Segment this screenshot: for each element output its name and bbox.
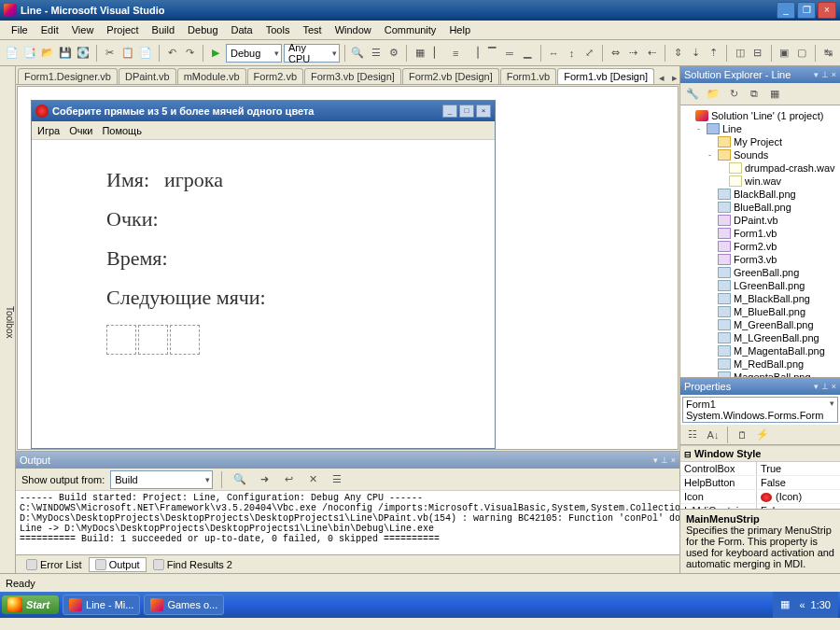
- next-balls-container[interactable]: [106, 325, 495, 355]
- pin-icon[interactable]: ⊥: [821, 70, 829, 79]
- restore-button[interactable]: ❐: [797, 2, 816, 19]
- tree-node[interactable]: Form1.vb: [682, 227, 838, 240]
- tray-icon[interactable]: ▦: [780, 598, 793, 611]
- menu-community[interactable]: Community: [379, 22, 442, 37]
- tree-node[interactable]: Form3.vb: [682, 253, 838, 266]
- doc-tab[interactable]: DPaint.vb: [119, 68, 176, 84]
- tab-prev-icon[interactable]: ◂: [655, 72, 668, 84]
- doc-tab[interactable]: Form1.vb: [500, 68, 556, 84]
- tab-next-icon[interactable]: ▸: [668, 72, 679, 84]
- menu-test[interactable]: Test: [297, 22, 327, 37]
- tree-node[interactable]: M_BlackBall.png: [682, 292, 838, 305]
- vspace-dec-icon[interactable]: ⇡: [706, 44, 721, 63]
- menu-build[interactable]: Build: [147, 22, 180, 37]
- center-h-icon[interactable]: ◫: [732, 44, 748, 63]
- form-window[interactable]: Соберите прямые из 5 и более мячей одног…: [31, 100, 496, 449]
- bottom-tab[interactable]: Find Results 2: [147, 557, 239, 572]
- label-name[interactable]: Имя:: [106, 168, 149, 192]
- solution-tree[interactable]: Solution 'Line' (1 project)-LineMy Proje…: [680, 105, 840, 377]
- tree-node[interactable]: LGreenBall.png: [682, 279, 838, 292]
- bring-front-icon[interactable]: ▣: [776, 44, 791, 63]
- ball-slot[interactable]: [106, 325, 136, 355]
- tree-node[interactable]: BlackBall.png: [682, 188, 838, 201]
- add-item-icon[interactable]: 📑: [21, 44, 37, 63]
- property-row[interactable]: Icon(Icon): [680, 490, 840, 504]
- refresh-icon[interactable]: ↻: [724, 85, 743, 104]
- ball-slot[interactable]: [170, 325, 200, 355]
- form-menu-item[interactable]: Очки: [69, 125, 92, 136]
- property-row[interactable]: ControlBoxTrue: [680, 462, 840, 476]
- form-close-button[interactable]: ×: [476, 105, 491, 118]
- size-height-icon[interactable]: ↕: [564, 44, 580, 63]
- property-category[interactable]: ⊟ Window Style: [680, 445, 840, 462]
- doc-tab-active[interactable]: Form1.vb [Design]: [557, 68, 654, 84]
- form-max-button[interactable]: □: [459, 105, 474, 118]
- bottom-tab[interactable]: Output: [89, 557, 147, 572]
- close-panel-icon[interactable]: ×: [832, 382, 836, 391]
- output-wrap-icon[interactable]: ↩: [279, 470, 298, 489]
- tree-node[interactable]: Form2.vb: [682, 240, 838, 253]
- properties-icon[interactable]: 🔧: [683, 85, 702, 104]
- doc-tab[interactable]: Form2.vb: [247, 68, 303, 84]
- menu-edit[interactable]: Edit: [35, 22, 64, 37]
- view-designer-icon[interactable]: ▦: [765, 85, 784, 104]
- tree-node[interactable]: -Line: [682, 122, 838, 135]
- menu-project[interactable]: Project: [101, 22, 144, 37]
- form-menu-item[interactable]: Игра: [37, 125, 60, 136]
- label-next[interactable]: Следующие мячи:: [106, 286, 266, 310]
- align-grid-icon[interactable]: ▦: [412, 44, 427, 63]
- events-icon[interactable]: ⚡: [753, 426, 772, 444]
- tree-node[interactable]: M_MagentaBall.png: [682, 344, 838, 357]
- tree-node[interactable]: DPaint.vb: [682, 214, 838, 227]
- align-left-icon[interactable]: ▏: [430, 44, 446, 63]
- pin-icon[interactable]: ⊥: [821, 382, 829, 391]
- label-score[interactable]: Очки:: [106, 207, 159, 231]
- menu-file[interactable]: File: [6, 22, 34, 37]
- show-all-icon[interactable]: 📁: [704, 85, 722, 104]
- expand-icon[interactable]: -: [705, 150, 715, 160]
- vspace-inc-icon[interactable]: ⇣: [688, 44, 704, 63]
- properties-icon[interactable]: 🗒: [733, 426, 751, 444]
- minimize-button[interactable]: _: [777, 2, 795, 19]
- hspace-inc-icon[interactable]: ⇢: [625, 44, 641, 63]
- platform-combo[interactable]: Any CPU: [284, 44, 340, 63]
- property-grid[interactable]: ⊟ Window StyleControlBoxTrueHelpButtonFa…: [680, 445, 840, 509]
- output-toggle-icon[interactable]: ☰: [328, 470, 346, 489]
- tree-node[interactable]: M_RedBall.png: [682, 357, 838, 371]
- tree-node[interactable]: GreenBall.png: [682, 266, 838, 279]
- tray-chevron-icon[interactable]: «: [799, 599, 805, 610]
- tree-node[interactable]: M_LGreenBall.png: [682, 331, 838, 344]
- ball-slot[interactable]: [138, 325, 168, 355]
- align-center-icon[interactable]: ≡: [448, 44, 464, 63]
- categorized-icon[interactable]: ☷: [683, 426, 702, 444]
- size-both-icon[interactable]: ⤢: [581, 44, 597, 63]
- tool2-icon[interactable]: ⚙: [385, 44, 401, 63]
- dropdown-icon[interactable]: ▾: [653, 455, 658, 465]
- copy-icon[interactable]: 📋: [119, 44, 135, 63]
- start-button[interactable]: Start: [2, 595, 59, 614]
- config-combo[interactable]: Debug: [226, 44, 282, 63]
- properties-title[interactable]: Properties ▾ ⊥ ×: [680, 378, 840, 395]
- menu-help[interactable]: Help: [443, 22, 476, 37]
- tree-node[interactable]: M_BlueBall.png: [682, 305, 838, 318]
- hspace-eq-icon[interactable]: ⇔: [608, 44, 623, 63]
- save-icon[interactable]: 💾: [58, 44, 74, 63]
- solution-explorer-title[interactable]: Solution Explorer - Line ▾ ⊥ ×: [680, 66, 840, 83]
- output-find-icon[interactable]: 🔍: [231, 470, 249, 489]
- size-width-icon[interactable]: ↔: [546, 44, 562, 63]
- menu-tools[interactable]: Tools: [260, 22, 296, 37]
- new-project-icon[interactable]: 📄: [4, 44, 20, 63]
- paste-icon[interactable]: 📄: [137, 44, 153, 63]
- tray-clock[interactable]: 1:30: [811, 599, 831, 610]
- tree-node[interactable]: Solution 'Line' (1 project): [682, 109, 838, 122]
- send-back-icon[interactable]: ▢: [794, 44, 810, 63]
- properties-object-combo[interactable]: Form1 System.Windows.Forms.Form: [682, 397, 838, 423]
- pin-icon[interactable]: ⊥: [661, 455, 668, 465]
- align-bottom-icon[interactable]: ▁: [520, 44, 536, 63]
- vspace-eq-icon[interactable]: ⇕: [670, 44, 686, 63]
- tree-node[interactable]: My Project: [682, 135, 838, 148]
- tree-node[interactable]: BlueBall.png: [682, 201, 838, 214]
- taskbar-button[interactable]: Line - Mi...: [63, 595, 140, 615]
- hspace-dec-icon[interactable]: ⇠: [644, 44, 660, 63]
- output-title[interactable]: Output ▾ ⊥ ×: [16, 452, 679, 469]
